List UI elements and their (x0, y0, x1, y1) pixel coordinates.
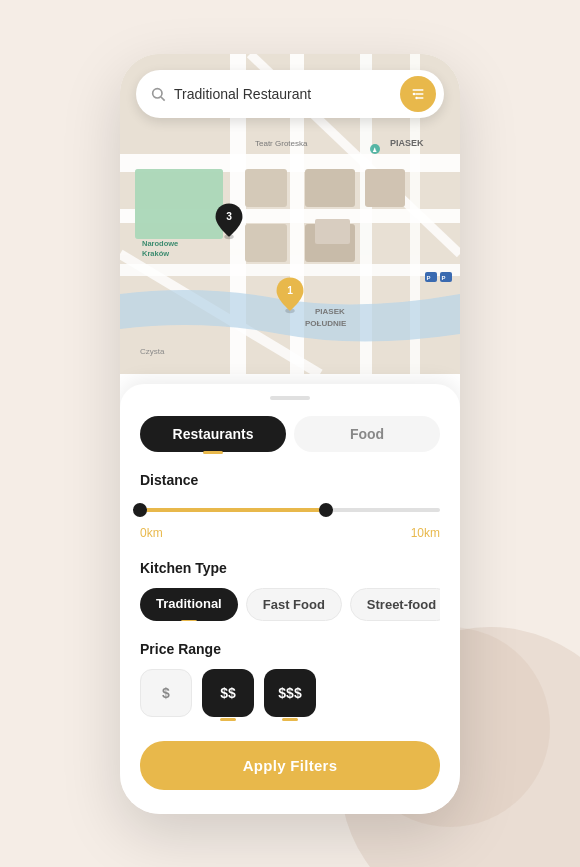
svg-point-31 (153, 88, 162, 97)
svg-text:1: 1 (287, 285, 293, 296)
price-chip-mid[interactable]: $$ (202, 669, 254, 717)
apply-filters-button[interactable]: Apply Filters (140, 741, 440, 790)
svg-rect-11 (245, 224, 287, 262)
svg-text:POŁUDNIE: POŁUDNIE (305, 319, 347, 328)
svg-text:PIASEK: PIASEK (390, 138, 424, 148)
map-area: PIASEK PIASEK POŁUDNIE Czysta Narodowe K… (120, 54, 460, 374)
kitchen-type-section: Kitchen Type Traditional Fast Food Stree… (140, 560, 440, 621)
slider-thumb-max[interactable] (319, 503, 333, 517)
slider-labels: 0km 10km (140, 526, 440, 540)
price-chip-budget[interactable]: $ (140, 669, 192, 717)
svg-rect-10 (245, 169, 287, 207)
chip-fast-food[interactable]: Fast Food (246, 588, 342, 621)
chip-traditional[interactable]: Traditional (140, 588, 238, 621)
map-marker-3[interactable]: 3 (210, 202, 248, 240)
svg-rect-14 (365, 169, 405, 207)
kitchen-chips-container: Traditional Fast Food Street-food S (140, 588, 440, 621)
kitchen-type-label: Kitchen Type (140, 560, 440, 576)
svg-text:3: 3 (226, 211, 232, 222)
search-icon (150, 86, 166, 102)
svg-text:P: P (442, 275, 446, 281)
drag-handle (270, 396, 310, 400)
map-marker-1[interactable]: 1 (271, 276, 309, 314)
svg-text:PIASEK: PIASEK (315, 307, 345, 316)
price-range-label: Price Range (140, 641, 440, 657)
distance-section: Distance 0km 10km (140, 472, 440, 540)
price-range-section: Price Range $ $$ $$$ (140, 641, 440, 717)
tab-restaurants[interactable]: Restaurants (140, 416, 286, 452)
svg-text:Teatr Groteska: Teatr Groteska (255, 139, 308, 148)
price-chip-premium[interactable]: $$$ (264, 669, 316, 717)
slider-min-label: 0km (140, 526, 163, 540)
slider-max-label: 10km (411, 526, 440, 540)
svg-text:♟: ♟ (372, 147, 377, 153)
svg-text:Narodowe: Narodowe (142, 239, 178, 248)
chip-street-food[interactable]: Street-food (350, 588, 440, 621)
svg-rect-17 (315, 219, 350, 244)
filter-button[interactable] (400, 76, 436, 112)
distance-label: Distance (140, 472, 440, 488)
svg-text:P: P (427, 275, 431, 281)
slider-thumb-min[interactable] (133, 503, 147, 517)
svg-rect-12 (305, 169, 355, 207)
tab-food[interactable]: Food (294, 416, 440, 452)
search-bar: Traditional Restaurant (136, 70, 444, 118)
slider-fill (140, 508, 326, 512)
phone-container: PIASEK PIASEK POŁUDNIE Czysta Narodowe K… (120, 54, 460, 814)
tabs-container: Restaurants Food (140, 416, 440, 452)
svg-text:Czysta: Czysta (140, 347, 165, 356)
search-input-text[interactable]: Traditional Restaurant (174, 86, 400, 102)
distance-slider[interactable] (140, 500, 440, 520)
svg-point-36 (413, 92, 416, 95)
price-chips-container: $ $$ $$$ (140, 669, 440, 717)
svg-point-37 (415, 96, 418, 99)
svg-text:Kraków: Kraków (142, 249, 169, 258)
bottom-sheet: Restaurants Food Distance 0km 10km (120, 384, 460, 814)
svg-line-32 (161, 97, 165, 101)
